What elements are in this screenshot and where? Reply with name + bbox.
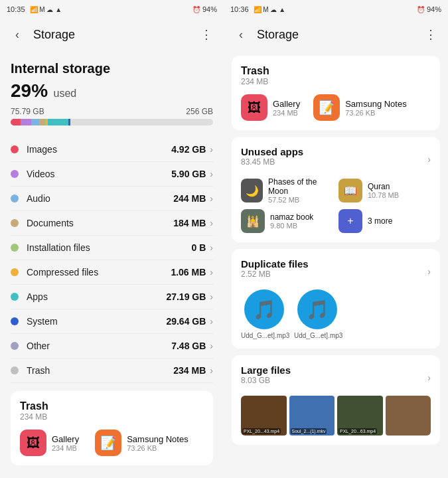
- right-menu-button[interactable]: ⋮: [420, 24, 441, 45]
- unused-app-item[interactable]: + 3 more: [338, 209, 431, 233]
- left-title: Storage: [33, 28, 190, 42]
- storage-dot: [11, 293, 19, 301]
- dup-file-icon: 🎵: [297, 289, 337, 329]
- storage-section-title: Internal storage: [11, 61, 213, 76]
- right-alarm-icon: ⏰: [417, 6, 425, 13]
- unused-apps-title: Unused apps: [241, 146, 303, 157]
- unused-app-info: namaz book 9.80 MB: [270, 212, 313, 230]
- right-trash-title: Trash: [241, 65, 431, 77]
- trash-app[interactable]: 🖼 Gallery 234 MB: [241, 94, 300, 121]
- large-files-title-group: Large files 8.03 GB: [241, 364, 291, 390]
- storage-item-size: 27.19 GB: [166, 291, 206, 302]
- unused-apps-sub: 83.45 MB: [241, 157, 303, 167]
- large-file-thumb[interactable]: PXL_20...63.mp4: [337, 396, 383, 436]
- bar-system: [68, 119, 70, 125]
- storage-item-name: Images: [27, 144, 171, 155]
- unused-apps-card[interactable]: Unused apps 83.45 MB › 🌙 Phases of the M…: [232, 137, 440, 242]
- storage-item-size: 7.48 GB: [171, 341, 206, 351]
- storage-item[interactable]: Other 7.48 GB ›: [11, 334, 213, 358]
- storage-item-size: 5.90 GB: [171, 169, 206, 179]
- storage-bar: [11, 119, 213, 125]
- trash-app[interactable]: 📝 Samsung Notes 73.26 KB: [313, 94, 407, 121]
- storage-item[interactable]: Apps 27.19 GB ›: [11, 285, 213, 309]
- right-trash-apps: 🖼 Gallery 234 MB 📝 Samsung Notes 73.26 K…: [241, 94, 431, 121]
- large-file-thumb[interactable]: Soul_2...(1).mkv: [289, 396, 335, 436]
- unused-app-item[interactable]: 🌙 Phases of the Moon 57.52 MB: [241, 177, 333, 204]
- unused-app-item[interactable]: 🕌 namaz book 9.80 MB: [241, 209, 333, 233]
- storage-item-name: System: [27, 316, 166, 327]
- left-trash-apps: 🖼 Gallery 234 MB 📝 Samsung Notes 73.26 K…: [20, 430, 204, 456]
- used-sub: used: [54, 88, 77, 99]
- storage-item[interactable]: Documents 184 MB ›: [11, 211, 213, 236]
- storage-item-chevron: ›: [210, 291, 213, 302]
- dup-files-title-group: Duplicate files 2.52 MB: [241, 258, 309, 284]
- unused-app-size: 10.78 MB: [368, 191, 399, 199]
- used-pct: 29%: [11, 80, 48, 101]
- unused-app-info: 3 more: [368, 216, 392, 226]
- right-back-button[interactable]: ‹: [230, 24, 252, 45]
- storage-dot: [11, 268, 19, 276]
- duplicate-files-card[interactable]: Duplicate files 2.52 MB › 🎵 Udd_G...et].…: [232, 249, 440, 349]
- unused-app-info: Phases of the Moon 57.52 MB: [268, 177, 333, 204]
- left-alarm-icon: ⏰: [192, 6, 200, 13]
- storage-item-size: 0 B: [192, 242, 206, 253]
- dup-file-item[interactable]: 🎵 Udd_G...et].mp3: [241, 289, 287, 339]
- left-back-button[interactable]: ‹: [7, 24, 28, 45]
- trash-app[interactable]: 🖼 Gallery 234 MB: [20, 430, 79, 456]
- large-file-thumb[interactable]: PXL_20...43.mp4: [241, 396, 287, 436]
- storage-item[interactable]: Installation files 0 B ›: [11, 236, 213, 260]
- large-files-title: Large files: [241, 364, 291, 376]
- storage-item-chevron: ›: [210, 365, 213, 376]
- trash-app[interactable]: 📝 Samsung Notes 73.26 KB: [95, 430, 188, 456]
- storage-item[interactable]: Trash 234 MB ›: [11, 358, 213, 383]
- right-trash-sub: 234 MB: [241, 77, 431, 86]
- large-file-thumb[interactable]: [386, 396, 431, 436]
- app-size: 73.26 KB: [127, 444, 188, 452]
- large-files-chevron: ›: [427, 372, 431, 383]
- app-icon: 📝: [313, 94, 340, 121]
- left-content: Internal storage 29% used 75.79 GB 256 G…: [0, 50, 224, 478]
- storage-item-name: Other: [27, 341, 171, 351]
- unused-apps-title-group: Unused apps 83.45 MB: [241, 146, 303, 172]
- storage-dot: [11, 317, 19, 325]
- left-menu-button[interactable]: ⋮: [196, 24, 217, 45]
- storage-item-name: Videos: [27, 169, 171, 179]
- storage-item-name: Compressed files: [27, 267, 171, 278]
- storage-item[interactable]: Audio 244 MB ›: [11, 187, 213, 211]
- dup-files-list: 🎵 Udd_G...et].mp3 🎵 Udd_G...et].mp3: [241, 289, 431, 339]
- bar-videos: [21, 119, 31, 125]
- large-files-card[interactable]: Large files 8.03 GB › PXL_20...43.mp4Sou…: [232, 355, 440, 445]
- unused-app-item[interactable]: 📖 Quran 10.78 MB: [338, 177, 431, 204]
- unused-app-name: namaz book: [270, 212, 313, 222]
- storage-item[interactable]: Compressed files 1.06 MB ›: [11, 260, 213, 285]
- right-trash-card: Trash 234 MB 🖼 Gallery 234 MB 📝 Samsung …: [232, 56, 440, 130]
- large-files-sub: 8.03 GB: [241, 376, 291, 385]
- right-panel: 10:36 📶 M ☁ ▲ ⏰ 94% ‹ Storage ⋮ Trash 23…: [224, 0, 448, 478]
- storage-item-chevron: ›: [210, 218, 213, 228]
- storage-item[interactable]: System 29.64 GB ›: [11, 309, 213, 334]
- app-name: Samsung Notes: [127, 434, 188, 444]
- app-icon: 🖼: [20, 430, 46, 456]
- left-status-left: 10:35 📶 M ☁ ▲: [7, 5, 62, 13]
- storage-dot: [11, 366, 19, 374]
- dup-files-title: Duplicate files: [241, 258, 309, 270]
- storage-item-size: 29.64 GB: [166, 316, 206, 327]
- used-pct-row: 29% used: [11, 80, 213, 102]
- app-info: Samsung Notes 73.26 KB: [127, 434, 188, 452]
- storage-item[interactable]: Videos 5.90 GB ›: [11, 162, 213, 187]
- unused-app-icon: 📖: [338, 179, 362, 202]
- unused-app-size: 9.80 MB: [270, 222, 313, 230]
- large-files-grid: PXL_20...43.mp4Soul_2...(1).mkvPXL_20...…: [241, 396, 431, 436]
- storage-item[interactable]: Images 4.92 GB ›: [11, 137, 213, 162]
- app-info: Gallery 234 MB: [52, 434, 79, 452]
- unused-app-name: Quran: [368, 182, 399, 191]
- dup-file-item[interactable]: 🎵 Udd_G...et].mp3: [294, 289, 340, 339]
- large-files-header: Large files 8.03 GB ›: [241, 364, 431, 390]
- storage-dot: [11, 342, 19, 350]
- unused-app-name: Phases of the Moon: [268, 177, 333, 196]
- storage-item-name: Installation files: [27, 242, 192, 253]
- right-status-right: ⏰ 94%: [417, 5, 441, 13]
- right-content: Trash 234 MB 🖼 Gallery 234 MB 📝 Samsung …: [224, 50, 448, 478]
- storage-item-chevron: ›: [210, 193, 213, 204]
- unused-apps-chevron: ›: [427, 154, 431, 165]
